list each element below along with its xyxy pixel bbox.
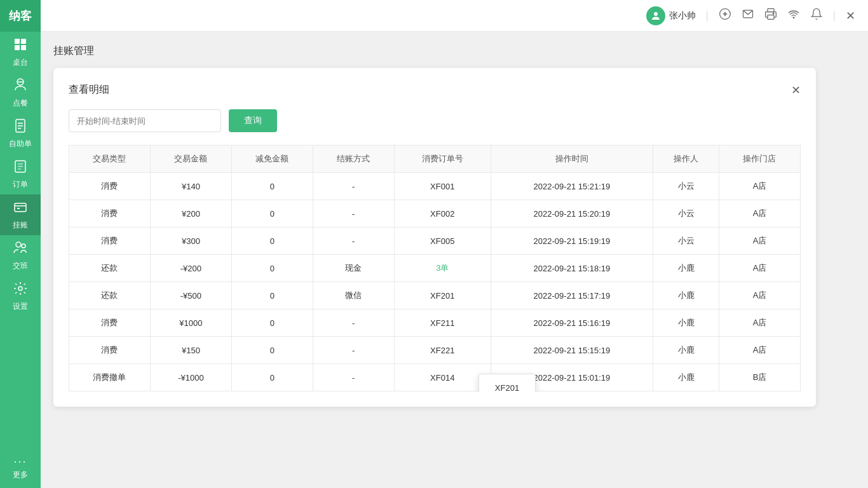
divider1: |	[706, 10, 709, 22]
table-body: 消费 ¥140 0 - XF001 2022-09-21 15:21:19 小云…	[69, 173, 801, 391]
table-row: 消费 ¥1000 0 - XF211 2022-09-21 15:16:19 小…	[69, 309, 801, 337]
date-range-input[interactable]	[69, 109, 221, 132]
svg-point-25	[773, 13, 774, 14]
svg-rect-23	[768, 9, 774, 12]
amount-cell: -¥500	[150, 282, 231, 309]
type-cell: 消费	[69, 337, 151, 364]
more-icon: ···	[13, 456, 27, 467]
payment-cell: -	[313, 200, 394, 227]
sidebar: 纳客 桌台 点餐	[0, 0, 41, 488]
settings-icon	[13, 281, 28, 299]
table-row: 还款 -¥500 0 微信 XF201 2022-09-21 15:17:19 …	[69, 282, 801, 309]
print-icon[interactable]	[764, 8, 777, 24]
time-cell: 2022-09-21 15:17:19	[491, 282, 653, 309]
sidebar-item-orders[interactable]: 订单	[0, 154, 41, 194]
payment-cell: 现金	[313, 255, 394, 282]
wifi-icon[interactable]	[787, 8, 800, 24]
operator-cell: 小鹿	[653, 337, 719, 364]
username: 张小帅	[669, 10, 696, 22]
page-area: 挂账管理 查看明细 ✕ 查询 交易类型 交易金额 减免金额	[41, 32, 868, 488]
table-row: 消费 ¥140 0 - XF001 2022-09-21 15:21:19 小云…	[69, 173, 801, 200]
type-cell: 消费	[69, 200, 151, 227]
col-time: 操作时间	[491, 146, 653, 173]
svg-point-20	[654, 12, 658, 16]
payment-cell: -	[313, 173, 394, 200]
tables-icon	[13, 37, 28, 55]
operator-cell: 小云	[653, 173, 719, 200]
store-cell: A店	[719, 255, 800, 282]
store-cell: B店	[719, 364, 800, 391]
payment-cell: -	[313, 309, 394, 337]
time-cell: 2022-09-21 15:21:19	[491, 173, 653, 200]
col-operator: 操作人	[653, 146, 719, 173]
message-icon[interactable]	[742, 8, 754, 24]
operator-cell: 小鹿	[653, 282, 719, 309]
modal-close-button[interactable]: ✕	[791, 85, 801, 96]
sidebar-item-selforder[interactable]: 自助单	[0, 113, 41, 154]
discount-cell: 0	[231, 364, 313, 391]
sidebar-tab-label: 挂账	[13, 220, 28, 231]
popup-order-item[interactable]: XF201	[479, 379, 535, 391]
topbar: 张小帅 |	[41, 0, 868, 32]
table-header: 交易类型 交易金额 减免金额 结账方式 消费订单号 操作时间 操作人 操作门店	[69, 146, 801, 173]
window-close-button[interactable]: ✕	[846, 9, 855, 23]
sidebar-item-tab[interactable]: 挂账	[0, 194, 41, 235]
table-row: 消费撤单 -¥1000 0 - XF014 2022-09-21 15:01:1…	[69, 364, 801, 391]
type-cell: 消费撤单	[69, 364, 151, 391]
operator-cell: 小鹿	[653, 309, 719, 337]
order-no-cell: XF001	[394, 173, 491, 200]
logo-text: 纳客	[9, 10, 32, 22]
bell-icon[interactable]	[810, 8, 823, 24]
type-cell: 还款	[69, 282, 151, 309]
avatar	[646, 6, 665, 25]
store-cell: A店	[719, 227, 800, 255]
sidebar-item-order[interactable]: 点餐	[0, 72, 41, 113]
amount-cell: ¥200	[150, 200, 231, 227]
home-icon[interactable]	[719, 8, 731, 24]
amount-cell: ¥300	[150, 227, 231, 255]
time-cell: 2022-09-21 15:16:19	[491, 309, 653, 337]
col-order-no: 消费订单号	[394, 146, 491, 173]
orders-icon	[13, 159, 28, 177]
operator-cell: 小鹿	[653, 364, 719, 391]
svg-point-17	[16, 242, 21, 247]
type-cell: 消费	[69, 309, 151, 337]
sidebar-shift-label: 交班	[13, 261, 28, 271]
sidebar-item-more[interactable]: ··· 更多	[0, 447, 41, 488]
sidebar-orders-label: 订单	[13, 179, 28, 190]
query-button[interactable]: 查询	[229, 109, 277, 132]
col-type: 交易类型	[69, 146, 151, 173]
svg-rect-3	[21, 45, 26, 50]
svg-rect-1	[21, 39, 26, 44]
sidebar-more-label: 更多	[13, 470, 28, 480]
search-area: 查询	[69, 109, 801, 132]
col-payment: 结账方式	[313, 146, 394, 173]
amount-cell: ¥150	[150, 337, 231, 364]
col-discount: 减免金额	[231, 146, 313, 173]
sidebar-item-tables[interactable]: 桌台	[0, 32, 41, 72]
order-no-cell[interactable]: 3单	[394, 255, 491, 282]
amount-cell: -¥1000	[150, 364, 231, 391]
amount-cell: ¥140	[150, 173, 231, 200]
table-row: 消费 ¥200 0 - XF002 2022-09-21 15:20:19 小云…	[69, 200, 801, 227]
shift-icon	[13, 240, 28, 258]
svg-rect-14	[15, 203, 26, 212]
sidebar-item-shift[interactable]: 交班	[0, 235, 41, 276]
time-cell: 2022-09-21 15:20:19	[491, 200, 653, 227]
data-table: 交易类型 交易金额 减免金额 结账方式 消费订单号 操作时间 操作人 操作门店 …	[69, 145, 801, 391]
payment-cell: -	[313, 364, 394, 391]
amount-cell: ¥1000	[150, 309, 231, 337]
sidebar-selforder-label: 自助单	[9, 139, 32, 149]
main-content: 张小帅 |	[41, 0, 868, 488]
type-cell: 消费	[69, 227, 151, 255]
order-no-cell: XF005	[394, 227, 491, 255]
discount-cell: 0	[231, 227, 313, 255]
svg-point-19	[18, 287, 22, 290]
svg-rect-0	[15, 39, 20, 44]
sidebar-logo: 纳客	[0, 0, 41, 32]
sidebar-tables-label: 桌台	[13, 57, 28, 68]
modal-header: 查看明细 ✕	[69, 83, 801, 97]
sidebar-item-settings[interactable]: 设置	[0, 276, 41, 316]
time-cell: 2022-09-21 15:18:19	[491, 255, 653, 282]
store-cell: A店	[719, 282, 800, 309]
